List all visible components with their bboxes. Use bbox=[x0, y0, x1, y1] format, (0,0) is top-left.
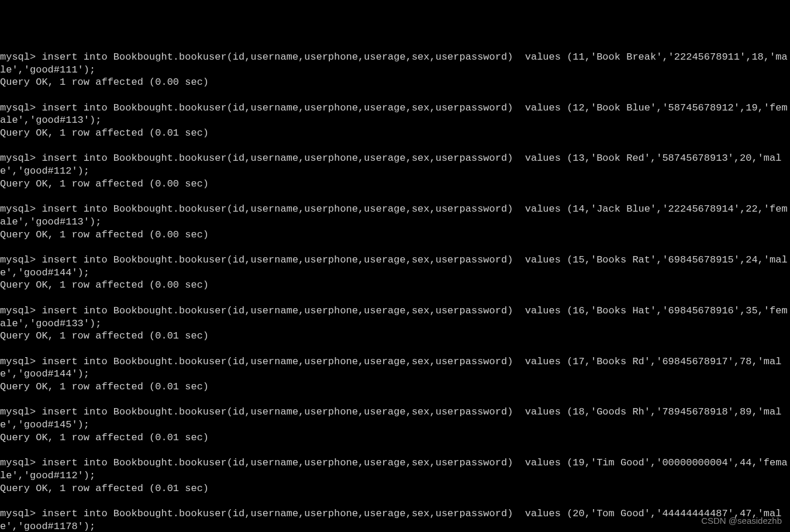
insert-statement: mysql> insert into Bookbought.bookuser(i… bbox=[0, 152, 790, 177]
query-result: Query OK, 1 row affected (0.00 sec) bbox=[0, 279, 790, 292]
query-result: Query OK, 1 row affected (0.01 sec) bbox=[0, 381, 790, 393]
query-result: Query OK, 1 row affected (0.01 sec) bbox=[0, 127, 790, 140]
insert-statement: mysql> insert into Bookbought.bookuser(i… bbox=[0, 51, 790, 76]
insert-statement: mysql> insert into Bookbought.bookuser(i… bbox=[0, 507, 790, 532]
query-block: mysql> insert into Bookbought.bookuser(i… bbox=[0, 305, 790, 343]
insert-statement: mysql> insert into Bookbought.bookuser(i… bbox=[0, 254, 790, 279]
query-result: Query OK, 1 row affected (0.00 sec) bbox=[0, 76, 790, 89]
query-block: mysql> insert into Bookbought.bookuser(i… bbox=[0, 406, 790, 444]
query-block: mysql> insert into Bookbought.bookuser(i… bbox=[0, 152, 790, 190]
query-result: Query OK, 1 row affected (0.00 sec) bbox=[0, 178, 790, 191]
query-block: mysql> insert into Bookbought.bookuser(i… bbox=[0, 507, 790, 532]
terminal-output[interactable]: mysql> insert into Bookbought.bookuser(i… bbox=[0, 51, 790, 532]
insert-statement: mysql> insert into Bookbought.bookuser(i… bbox=[0, 203, 790, 228]
query-result: Query OK, 1 row affected (0.01 sec) bbox=[0, 330, 790, 343]
query-block: mysql> insert into Bookbought.bookuser(i… bbox=[0, 355, 790, 393]
query-result: Query OK, 1 row affected (0.01 sec) bbox=[0, 431, 790, 444]
watermark: CSDN @seasidezhb bbox=[701, 514, 782, 527]
insert-statement: mysql> insert into Bookbought.bookuser(i… bbox=[0, 305, 790, 330]
query-block: mysql> insert into Bookbought.bookuser(i… bbox=[0, 102, 790, 140]
insert-statement: mysql> insert into Bookbought.bookuser(i… bbox=[0, 355, 790, 381]
insert-statement: mysql> insert into Bookbought.bookuser(i… bbox=[0, 102, 790, 127]
query-block: mysql> insert into Bookbought.bookuser(i… bbox=[0, 457, 790, 495]
insert-statement: mysql> insert into Bookbought.bookuser(i… bbox=[0, 406, 790, 431]
query-block: mysql> insert into Bookbought.bookuser(i… bbox=[0, 254, 790, 292]
insert-statement: mysql> insert into Bookbought.bookuser(i… bbox=[0, 457, 790, 482]
query-result: Query OK, 1 row affected (0.00 sec) bbox=[0, 229, 790, 241]
query-result: Query OK, 1 row affected (0.01 sec) bbox=[0, 482, 790, 495]
query-block: mysql> insert into Bookbought.bookuser(i… bbox=[0, 203, 790, 241]
query-block: mysql> insert into Bookbought.bookuser(i… bbox=[0, 51, 790, 89]
